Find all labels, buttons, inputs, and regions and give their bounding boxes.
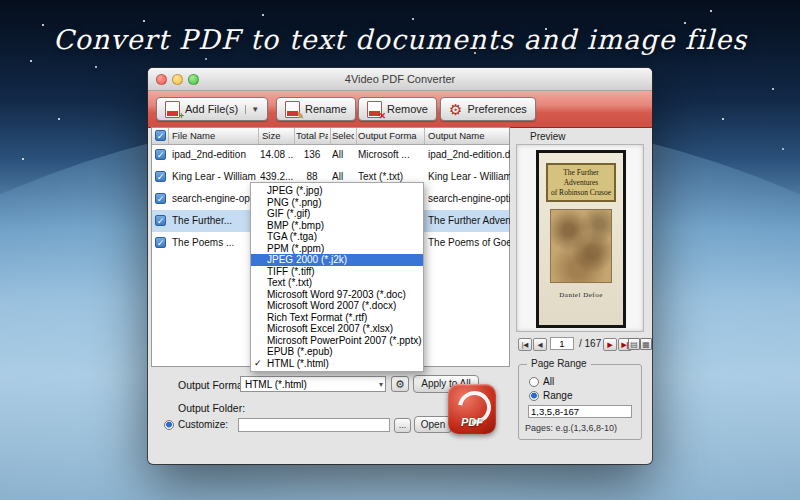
minimize-button[interactable] bbox=[172, 74, 183, 85]
title-bar[interactable]: 4Video PDF Converter bbox=[148, 68, 652, 91]
wrench-icon: ⚙ bbox=[395, 378, 405, 390]
app-window: 4Video PDF Converter + Add File(s) ▼ ✎ R… bbox=[148, 68, 652, 464]
remove-button[interactable]: ✕ Remove bbox=[358, 97, 437, 121]
range-hint: Pages: e.g.(1,3,6,8-10) bbox=[525, 423, 617, 433]
previous-page-button[interactable]: ◀ bbox=[533, 338, 547, 351]
menu-item[interactable]: JPEG (*.jpg) bbox=[251, 185, 423, 197]
all-pages-radio[interactable] bbox=[529, 377, 539, 387]
rename-label: Rename bbox=[305, 103, 347, 115]
range-input[interactable] bbox=[528, 405, 632, 418]
column-header-selected[interactable]: Selected bbox=[332, 130, 354, 141]
output-format-menu: JPEG (*.jpg) PNG (*.png) GIF (*.gif) BMP… bbox=[250, 182, 424, 372]
page-range-legend: Page Range bbox=[527, 358, 591, 369]
toolbar: + Add File(s) ▼ ✎ Rename ✕ Remove ⚙ Pref… bbox=[148, 91, 652, 128]
convert-button[interactable]: PDF bbox=[448, 384, 496, 434]
open-folder-button[interactable]: Open bbox=[414, 416, 452, 433]
range-label: Range bbox=[543, 390, 572, 401]
fit-page-icon[interactable]: ▤ bbox=[628, 338, 640, 350]
menu-item[interactable]: PPM (*.ppm) bbox=[251, 243, 423, 255]
row-checkbox[interactable]: ✓ bbox=[155, 171, 166, 182]
column-header-size[interactable]: Size bbox=[262, 130, 292, 141]
page-range-group: Page Range All Range Pages: e.g.(1,3,6,8… bbox=[518, 364, 642, 440]
book-author: Daniel Defoe bbox=[559, 291, 603, 299]
row-checkbox[interactable]: ✓ bbox=[155, 237, 166, 248]
output-format-label: Output Format: bbox=[178, 379, 249, 391]
row-checkbox[interactable]: ✓ bbox=[155, 193, 166, 204]
menu-item[interactable]: Text (*.txt) bbox=[251, 277, 423, 289]
next-page-button[interactable]: ▶ bbox=[603, 338, 617, 351]
row-checkbox[interactable]: ✓ bbox=[155, 149, 166, 160]
window-title: 4Video PDF Converter bbox=[148, 68, 652, 90]
output-format-combo[interactable]: HTML (*.html) ▾ bbox=[240, 376, 386, 392]
zoom-button[interactable] bbox=[188, 74, 199, 85]
all-pages-label: All bbox=[543, 376, 554, 387]
preview-label: Preview bbox=[530, 131, 566, 142]
column-header-output-name[interactable]: Output Name bbox=[428, 130, 508, 141]
menu-item[interactable]: Microsoft PowerPoint 2007 (*.pptx) bbox=[251, 335, 423, 347]
customize-radio[interactable] bbox=[164, 420, 174, 430]
convert-pdf-icon: PDF bbox=[448, 416, 496, 428]
add-files-label: Add File(s) bbox=[185, 103, 238, 115]
desktop-background: Convert PDF to text documents and image … bbox=[0, 0, 800, 500]
format-settings-button[interactable]: ⚙ bbox=[391, 376, 409, 392]
current-page-input[interactable] bbox=[550, 337, 574, 350]
pdf-add-icon: + bbox=[165, 101, 180, 118]
column-header-file-name[interactable]: File Name bbox=[172, 130, 256, 141]
rename-button[interactable]: ✎ Rename bbox=[276, 97, 356, 121]
menu-item-highlighted[interactable]: JPEG 2000 (*.j2k) bbox=[251, 254, 423, 266]
menu-item[interactable]: TIFF (*.tiff) bbox=[251, 266, 423, 278]
gear-icon: ⚙ bbox=[449, 102, 462, 117]
select-all-checkbox[interactable]: ✓ bbox=[155, 130, 166, 141]
fit-width-icon[interactable]: ▦ bbox=[640, 338, 652, 350]
menu-item[interactable]: EPUB (*.epub) bbox=[251, 346, 423, 358]
marketing-tagline: Convert PDF to text documents and image … bbox=[0, 24, 800, 55]
browse-button[interactable]: ... bbox=[394, 418, 411, 433]
menu-item-checked[interactable]: ✓ HTML (*.html) bbox=[251, 358, 423, 370]
range-radio[interactable] bbox=[529, 391, 539, 401]
preferences-label: Preferences bbox=[467, 103, 526, 115]
remove-label: Remove bbox=[387, 103, 428, 115]
menu-item[interactable]: GIF (*.gif) bbox=[251, 208, 423, 220]
customize-label: Customize: bbox=[178, 419, 228, 430]
row-checkbox[interactable]: ✓ bbox=[155, 215, 166, 226]
first-page-button[interactable]: |◀ bbox=[518, 338, 532, 351]
add-files-dropdown-arrow[interactable]: ▼ bbox=[245, 105, 259, 114]
combo-arrow-icon: ▾ bbox=[379, 377, 383, 392]
table-row[interactable]: ✓ ipad_2nd-edition 14.08 ... 136 All Mic… bbox=[152, 144, 509, 166]
preview-book-cover: The Further Adventures of Robinson Cruso… bbox=[536, 150, 626, 328]
book-map-illustration bbox=[550, 209, 612, 283]
customize-path-input[interactable] bbox=[238, 418, 390, 432]
menu-item[interactable]: PNG (*.png) bbox=[251, 197, 423, 209]
preview-panel: The Further Adventures of Robinson Cruso… bbox=[516, 144, 644, 332]
output-folder-label: Output Folder: bbox=[178, 402, 245, 414]
pdf-remove-icon: ✕ bbox=[367, 101, 382, 118]
column-header-output-format[interactable]: Output Forma bbox=[358, 130, 418, 141]
add-files-button[interactable]: + Add File(s) ▼ bbox=[156, 97, 268, 121]
menu-item[interactable]: Microsoft Word 97-2003 (*.doc) bbox=[251, 289, 423, 301]
total-pages-label: / 167 bbox=[579, 338, 601, 349]
menu-item[interactable]: TGA (*.tga) bbox=[251, 231, 423, 243]
menu-item[interactable]: Rich Text Format (*.rtf) bbox=[251, 312, 423, 324]
table-header: ✓ File Name Size Total Pag Selected Outp… bbox=[152, 128, 509, 145]
column-header-total-pages[interactable]: Total Pag bbox=[296, 130, 328, 141]
close-button[interactable] bbox=[156, 74, 167, 85]
menu-item[interactable]: Microsoft Excel 2007 (*.xlsx) bbox=[251, 323, 423, 335]
preferences-button[interactable]: ⚙ Preferences bbox=[440, 97, 536, 121]
pdf-rename-icon: ✎ bbox=[285, 101, 300, 118]
menu-item[interactable]: Microsoft Word 2007 (*.docx) bbox=[251, 300, 423, 312]
book-title: The Further Adventures of Robinson Cruso… bbox=[546, 163, 616, 202]
checkmark-icon: ✓ bbox=[254, 358, 262, 370]
stars bbox=[0, 0, 2, 2]
menu-item[interactable]: BMP (*.bmp) bbox=[251, 220, 423, 232]
